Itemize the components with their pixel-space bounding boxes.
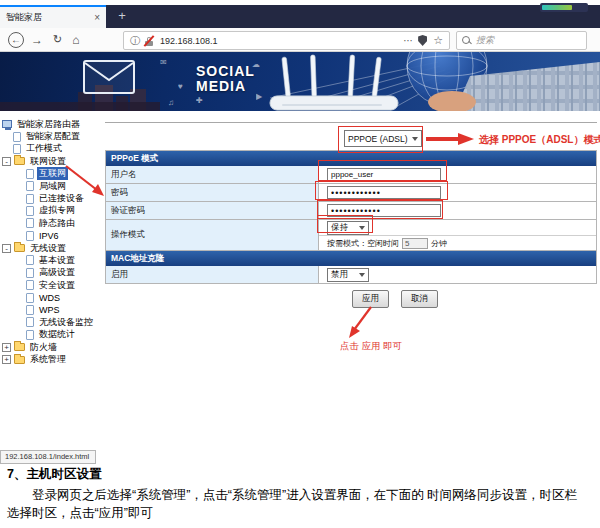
sidebar-item-internet[interactable]: 互联网 <box>0 168 104 180</box>
sidebar-item-root[interactable]: 智能家居路由器 <box>0 118 104 130</box>
sidebar-item-network-settings[interactable]: - 联网设置 <box>0 155 104 167</box>
new-tab-button[interactable]: + <box>112 5 132 28</box>
apply-button[interactable]: 应用 <box>352 290 389 308</box>
page-icon <box>13 144 21 154</box>
table-row-operation-mode: 操作模式 保持 按需模式：空闲时间 分钟 <box>105 220 597 251</box>
expand-icon[interactable]: + <box>2 343 11 352</box>
verify-password-label: 验证密码 <box>106 202 319 219</box>
enable-value: 禁用 <box>331 269 348 281</box>
table-row-enable: 启用 禁用 <box>105 266 597 284</box>
enable-select[interactable]: 禁用 <box>327 268 369 282</box>
chevron-down-icon <box>412 137 418 144</box>
sidebar-item-advanced-settings[interactable]: 高级设置 <box>0 267 104 279</box>
document-text: 7、主机时区设置 登录网页之后选择“系统管理”，点击“系统管理”进入设置界面，在… <box>7 461 587 522</box>
banner-doodle-icon: ♫ <box>168 98 174 107</box>
sidebar-item-wps[interactable]: WPS <box>0 304 104 316</box>
sidebar-item-wireless-settings[interactable]: - 无线设置 <box>0 242 104 254</box>
folder-icon <box>14 244 25 252</box>
sidebar-item-security-settings[interactable]: 安全设置 <box>0 279 104 291</box>
tab-bar: 智能家居 × + <box>0 5 600 28</box>
banner-doodle-icon: ▶ <box>256 92 262 101</box>
info-icon[interactable]: ⓘ <box>130 34 140 48</box>
page-icon <box>26 206 34 216</box>
shield-icon[interactable] <box>418 35 427 46</box>
banner-doodle-icon: ✉ <box>160 58 167 67</box>
sidebar-item-wds[interactable]: WDS <box>0 291 104 303</box>
sidebar-tree: 智能家居路由器 智能家居配置 工作模式 - 联网设置 互联网 局域网 已连接设备 <box>0 111 104 371</box>
page-actions-icon[interactable]: ⋯ <box>403 35 413 46</box>
doc-paragraph: 登录网页之后选择“系统管理”，点击“系统管理”进入设置界面，在下面的 时间网络同… <box>7 487 587 522</box>
page-icon <box>26 255 34 265</box>
router-icon <box>2 120 12 128</box>
table-row-password: 密码 <box>105 184 597 202</box>
banner-doodle-icon: ☁ <box>252 60 260 69</box>
chevron-down-icon <box>359 273 365 280</box>
idle-time-field[interactable] <box>402 238 428 249</box>
password-field[interactable] <box>327 186 441 199</box>
cancel-button[interactable]: 取消 <box>401 290 438 308</box>
url-bar[interactable]: ⓘ 192.168.108.1 ⋯ ☆ <box>123 31 450 50</box>
sidebar-item-lan[interactable]: 局域网 <box>0 180 104 192</box>
page-icon <box>26 305 34 315</box>
operation-mode-value: 保持 <box>331 222 348 234</box>
sidebar-item-work-mode[interactable]: 工作模式 <box>0 143 104 155</box>
sidebar-item-static-route[interactable]: 静态路由 <box>0 217 104 229</box>
sidebar-item-ipv6[interactable]: IPV6 <box>0 230 104 242</box>
browser-tab[interactable]: 智能家居 × <box>0 5 106 28</box>
expand-icon[interactable]: + <box>2 355 11 364</box>
password-label: 密码 <box>106 184 319 201</box>
pppoe-config-table: PPPoE 模式 用户名 密码 验证密码 操作模式 <box>105 150 597 284</box>
sidebar-item-data-statistics[interactable]: 数据统计 <box>0 329 104 341</box>
divider <box>105 122 597 123</box>
page-icon <box>26 181 34 191</box>
url-text[interactable]: 192.168.108.1 <box>160 36 398 46</box>
page-icon <box>13 132 21 142</box>
back-icon[interactable]: ← <box>8 32 24 48</box>
username-label: 用户名 <box>106 166 319 183</box>
search-icon <box>462 36 472 46</box>
wan-mode-value: PPPOE (ADSL) <box>348 134 408 144</box>
banner-social-media-text: SOCIAL MEDIA <box>196 64 255 94</box>
operation-mode-select[interactable]: 保持 <box>327 221 369 235</box>
banner-graphics <box>0 52 600 111</box>
mac-clone-section-header: MAC地址克隆 <box>105 251 597 266</box>
page-icon <box>26 268 34 278</box>
folder-icon <box>14 356 25 364</box>
tab-title: 智能家居 <box>6 11 94 24</box>
search-placeholder: 搜索 <box>476 34 494 47</box>
navigation-bar: ← → ↻ ⌂ ⓘ 192.168.108.1 ⋯ ☆ 搜索 <box>0 28 600 52</box>
wan-mode-select[interactable]: PPPOE (ADSL) <box>344 130 422 147</box>
sidebar-item-connected-devices[interactable]: 已连接设备 <box>0 192 104 204</box>
sidebar-item-system-management[interactable]: + 系统管理 <box>0 353 104 365</box>
reload-icon[interactable]: ↻ <box>53 33 62 46</box>
tab-close-icon[interactable]: × <box>94 12 100 23</box>
sidebar-item-wireless-monitor[interactable]: 无线设备监控 <box>0 316 104 328</box>
home-icon[interactable]: ⌂ <box>72 33 79 47</box>
banner-doodle-icon: ♥ <box>178 82 183 91</box>
button-row: 应用 取消 <box>352 290 438 308</box>
sidebar-item-smart-home-config[interactable]: 智能家居配置 <box>0 130 104 142</box>
insecure-lock-icon <box>144 35 155 47</box>
sidebar-item-firewall[interactable]: + 防火墙 <box>0 341 104 353</box>
table-row-username: 用户名 <box>105 166 597 184</box>
username-field[interactable] <box>327 168 441 181</box>
on-demand-label: 按需模式：空闲时间 <box>327 238 399 249</box>
bookmark-star-icon[interactable]: ☆ <box>433 35 443 46</box>
chevron-down-icon <box>359 226 365 233</box>
page-icon <box>26 218 34 228</box>
sidebar-item-basic-settings[interactable]: 基本设置 <box>0 254 104 266</box>
sidebar-item-vpn[interactable]: 虚拟专网 <box>0 205 104 217</box>
main-content: PPPOE (ADSL) PPPoE 模式 用户名 密码 验证密码 <box>104 111 600 366</box>
minutes-label: 分钟 <box>431 238 447 249</box>
collapse-icon[interactable]: - <box>2 244 11 253</box>
page-icon <box>26 231 34 241</box>
page-icon <box>26 194 34 204</box>
forward-icon[interactable]: → <box>31 33 43 47</box>
operation-mode-label: 操作模式 <box>106 220 319 250</box>
collapse-icon[interactable]: - <box>2 157 11 166</box>
page-icon <box>26 169 34 179</box>
pppoe-section-header: PPPoE 模式 <box>105 151 597 166</box>
page-icon <box>26 293 34 303</box>
verify-password-field[interactable] <box>327 204 441 217</box>
search-bar[interactable]: 搜索 <box>456 31 587 50</box>
